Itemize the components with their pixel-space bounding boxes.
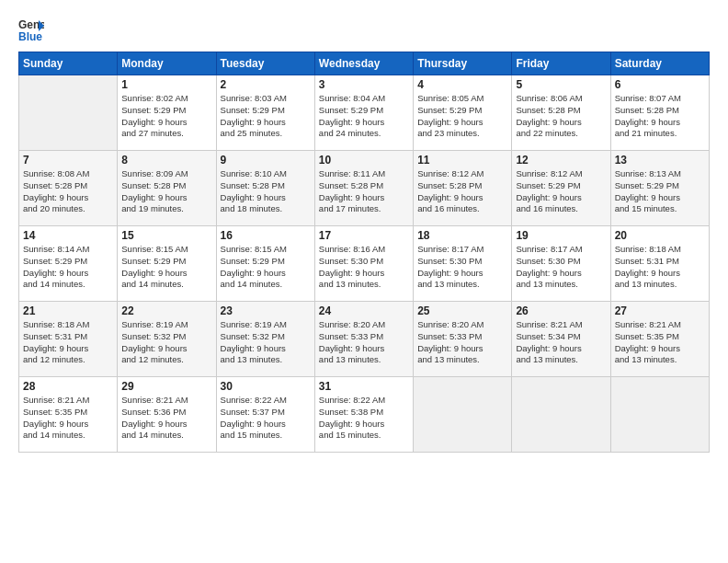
day-info: Sunrise: 8:02 AMSunset: 5:29 PMDaylight:… [121, 93, 211, 140]
day-number: 22 [121, 304, 211, 317]
calendar-cell: 1Sunrise: 8:02 AMSunset: 5:29 PMDaylight… [118, 75, 216, 151]
day-number: 15 [121, 229, 211, 242]
day-info: Sunrise: 8:08 AMSunset: 5:28 PMDaylight:… [23, 168, 113, 215]
calendar-cell: 23Sunrise: 8:19 AMSunset: 5:32 PMDayligh… [216, 302, 314, 377]
calendar-cell: 9Sunrise: 8:10 AMSunset: 5:28 PMDaylight… [216, 151, 314, 226]
calendar-cell: 19Sunrise: 8:17 AMSunset: 5:30 PMDayligh… [512, 226, 610, 302]
day-header-tuesday: Tuesday [216, 52, 314, 75]
calendar-cell: 4Sunrise: 8:05 AMSunset: 5:29 PMDaylight… [414, 75, 512, 151]
calendar-cell: 21Sunrise: 8:18 AMSunset: 5:31 PMDayligh… [19, 302, 118, 377]
day-number: 28 [23, 380, 113, 393]
calendar-table: SundayMondayTuesdayWednesdayThursdayFrid… [18, 52, 710, 453]
days-header-row: SundayMondayTuesdayWednesdayThursdayFrid… [19, 52, 710, 75]
day-number: 19 [516, 229, 606, 242]
day-info: Sunrise: 8:15 AMSunset: 5:29 PMDaylight:… [121, 244, 211, 291]
day-number: 16 [221, 229, 311, 242]
calendar-cell: 5Sunrise: 8:06 AMSunset: 5:28 PMDaylight… [512, 75, 610, 151]
calendar-cell [414, 377, 512, 453]
calendar-cell: 10Sunrise: 8:11 AMSunset: 5:28 PMDayligh… [314, 151, 413, 226]
day-info: Sunrise: 8:17 AMSunset: 5:30 PMDaylight:… [516, 244, 606, 291]
day-info: Sunrise: 8:18 AMSunset: 5:31 PMDaylight:… [23, 319, 113, 366]
week-row-4: 28Sunrise: 8:21 AMSunset: 5:35 PMDayligh… [19, 377, 710, 453]
week-row-0: 1Sunrise: 8:02 AMSunset: 5:29 PMDaylight… [19, 75, 710, 151]
day-info: Sunrise: 8:17 AMSunset: 5:30 PMDaylight:… [417, 244, 507, 291]
day-number: 9 [221, 154, 311, 167]
day-number: 5 [516, 78, 606, 91]
day-info: Sunrise: 8:18 AMSunset: 5:31 PMDaylight:… [615, 244, 705, 291]
day-number: 14 [23, 229, 113, 242]
day-info: Sunrise: 8:21 AMSunset: 5:35 PMDaylight:… [615, 319, 705, 366]
day-info: Sunrise: 8:20 AMSunset: 5:33 PMDaylight:… [319, 319, 409, 366]
day-number: 7 [23, 154, 113, 167]
calendar-cell: 3Sunrise: 8:04 AMSunset: 5:29 PMDaylight… [314, 75, 413, 151]
day-number: 8 [121, 154, 211, 167]
day-number: 31 [319, 380, 409, 393]
calendar-cell: 16Sunrise: 8:15 AMSunset: 5:29 PMDayligh… [216, 226, 314, 302]
day-header-thursday: Thursday [414, 52, 512, 75]
calendar-cell: 24Sunrise: 8:20 AMSunset: 5:33 PMDayligh… [314, 302, 413, 377]
week-row-3: 21Sunrise: 8:18 AMSunset: 5:31 PMDayligh… [19, 302, 710, 377]
calendar-cell: 22Sunrise: 8:19 AMSunset: 5:32 PMDayligh… [118, 302, 216, 377]
day-info: Sunrise: 8:05 AMSunset: 5:29 PMDaylight:… [417, 93, 507, 140]
day-info: Sunrise: 8:10 AMSunset: 5:28 PMDaylight:… [221, 168, 311, 215]
day-header-friday: Friday [512, 52, 610, 75]
day-info: Sunrise: 8:14 AMSunset: 5:29 PMDaylight:… [23, 244, 113, 291]
day-number: 25 [417, 304, 507, 317]
day-info: Sunrise: 8:21 AMSunset: 5:36 PMDaylight:… [121, 395, 211, 442]
day-header-monday: Monday [118, 52, 216, 75]
svg-text:Blue: Blue [18, 30, 42, 42]
calendar-cell: 30Sunrise: 8:22 AMSunset: 5:37 PMDayligh… [216, 377, 314, 453]
day-info: Sunrise: 8:13 AMSunset: 5:29 PMDaylight:… [615, 168, 705, 215]
calendar-cell: 8Sunrise: 8:09 AMSunset: 5:28 PMDaylight… [118, 151, 216, 226]
day-number: 17 [319, 229, 409, 242]
day-info: Sunrise: 8:12 AMSunset: 5:28 PMDaylight:… [417, 168, 507, 215]
calendar-cell: 14Sunrise: 8:14 AMSunset: 5:29 PMDayligh… [19, 226, 118, 302]
day-header-saturday: Saturday [610, 52, 709, 75]
day-info: Sunrise: 8:07 AMSunset: 5:28 PMDaylight:… [615, 93, 705, 140]
day-number: 11 [417, 154, 507, 167]
calendar-cell: 25Sunrise: 8:20 AMSunset: 5:33 PMDayligh… [414, 302, 512, 377]
calendar-cell: 13Sunrise: 8:13 AMSunset: 5:29 PMDayligh… [610, 151, 709, 226]
day-number: 24 [319, 304, 409, 317]
day-number: 4 [417, 78, 507, 91]
calendar-cell [19, 75, 118, 151]
day-info: Sunrise: 8:11 AMSunset: 5:28 PMDaylight:… [319, 168, 409, 215]
day-info: Sunrise: 8:19 AMSunset: 5:32 PMDaylight:… [221, 319, 311, 366]
day-number: 27 [615, 304, 705, 317]
calendar-cell: 27Sunrise: 8:21 AMSunset: 5:35 PMDayligh… [610, 302, 709, 377]
day-info: Sunrise: 8:06 AMSunset: 5:28 PMDaylight:… [516, 93, 606, 140]
day-info: Sunrise: 8:21 AMSunset: 5:34 PMDaylight:… [516, 319, 606, 366]
day-number: 10 [319, 154, 409, 167]
day-number: 26 [516, 304, 606, 317]
day-header-sunday: Sunday [19, 52, 118, 75]
day-number: 29 [121, 380, 211, 393]
day-info: Sunrise: 8:15 AMSunset: 5:29 PMDaylight:… [221, 244, 311, 291]
day-info: Sunrise: 8:04 AMSunset: 5:29 PMDaylight:… [319, 93, 409, 140]
day-number: 1 [121, 78, 211, 91]
day-info: Sunrise: 8:20 AMSunset: 5:33 PMDaylight:… [417, 319, 507, 366]
day-info: Sunrise: 8:12 AMSunset: 5:29 PMDaylight:… [516, 168, 606, 215]
day-info: Sunrise: 8:21 AMSunset: 5:35 PMDaylight:… [23, 395, 113, 442]
week-row-2: 14Sunrise: 8:14 AMSunset: 5:29 PMDayligh… [19, 226, 710, 302]
day-info: Sunrise: 8:22 AMSunset: 5:37 PMDaylight:… [221, 395, 311, 442]
day-info: Sunrise: 8:16 AMSunset: 5:30 PMDaylight:… [319, 244, 409, 291]
day-number: 20 [615, 229, 705, 242]
day-info: Sunrise: 8:19 AMSunset: 5:32 PMDaylight:… [121, 319, 211, 366]
calendar-cell: 20Sunrise: 8:18 AMSunset: 5:31 PMDayligh… [610, 226, 709, 302]
calendar-cell [512, 377, 610, 453]
day-number: 12 [516, 154, 606, 167]
day-info: Sunrise: 8:09 AMSunset: 5:28 PMDaylight:… [121, 168, 211, 215]
calendar-cell: 6Sunrise: 8:07 AMSunset: 5:28 PMDaylight… [610, 75, 709, 151]
logo: General Blue [18, 17, 48, 42]
day-number: 6 [615, 78, 705, 91]
day-number: 21 [23, 304, 113, 317]
day-info: Sunrise: 8:03 AMSunset: 5:29 PMDaylight:… [221, 93, 311, 140]
calendar-cell: 28Sunrise: 8:21 AMSunset: 5:35 PMDayligh… [19, 377, 118, 453]
calendar-cell: 15Sunrise: 8:15 AMSunset: 5:29 PMDayligh… [118, 226, 216, 302]
day-number: 3 [319, 78, 409, 91]
day-info: Sunrise: 8:22 AMSunset: 5:38 PMDaylight:… [319, 395, 409, 442]
calendar-cell: 18Sunrise: 8:17 AMSunset: 5:30 PMDayligh… [414, 226, 512, 302]
day-header-wednesday: Wednesday [314, 52, 413, 75]
calendar-cell: 26Sunrise: 8:21 AMSunset: 5:34 PMDayligh… [512, 302, 610, 377]
calendar-cell: 11Sunrise: 8:12 AMSunset: 5:28 PMDayligh… [414, 151, 512, 226]
